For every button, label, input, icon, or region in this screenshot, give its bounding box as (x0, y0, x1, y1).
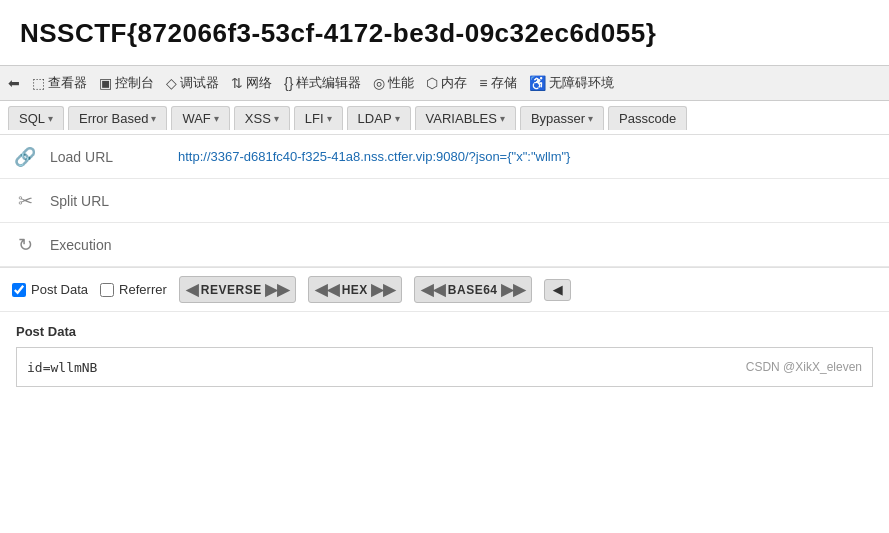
post-data-checkbox[interactable] (12, 283, 26, 297)
split-url-row: ✂ Split URL (0, 179, 889, 223)
post-data-watermark: CSDN @XikX_eleven (746, 360, 862, 374)
devtools-performance[interactable]: ◎ 性能 (373, 74, 414, 92)
back-arrow-icon: ◀ (186, 280, 198, 299)
refresh-icon: ↻ (18, 234, 33, 256)
fwd-arrow-icon3: ▶▶ (501, 280, 525, 299)
scissors-icon: ✂ (18, 190, 33, 212)
devtools-style-editor[interactable]: {} 样式编辑器 (284, 74, 361, 92)
devtools-toolbar: ⬅ ⬚ 查看器 ▣ 控制台 ◇ 调试器 ⇅ 网络 {} 样式编辑器 ◎ 性能 ⬡… (0, 65, 889, 101)
tab-waf[interactable]: WAF ▾ (171, 106, 229, 130)
title-area: NSSCTF{872066f3-53cf-4172-be3d-09c32ec6d… (0, 0, 889, 65)
tab-bypasser[interactable]: Bypasser ▾ (520, 106, 604, 130)
post-data-value[interactable]: id=wllmNB (27, 360, 97, 375)
main-area: 🔗 Load URL http://3367-d681fc40-f325-41a… (0, 135, 889, 399)
execution-row: ↻ Execution (0, 223, 889, 267)
load-url-row: 🔗 Load URL http://3367-d681fc40-f325-41a… (0, 135, 889, 179)
more-arrow-icon: ◀ (553, 283, 562, 297)
chevron-down-icon: ▾ (274, 113, 279, 124)
split-url-value (170, 193, 889, 209)
devtools-storage[interactable]: ≡ 存储 (479, 74, 516, 92)
devtools-memory[interactable]: ⬡ 内存 (426, 74, 467, 92)
chevron-down-icon: ▾ (327, 113, 332, 124)
split-url-label[interactable]: Split URL (50, 185, 170, 217)
load-url-value[interactable]: http://3367-d681fc40-f325-41a8.nss.ctfer… (170, 141, 889, 172)
execution-label[interactable]: Execution (50, 229, 170, 261)
post-data-checkbox-label: Post Data (31, 282, 88, 297)
split-url-icon-cell: ✂ (0, 190, 50, 212)
chevron-down-icon: ▾ (588, 113, 593, 124)
devtools-debugger[interactable]: ◇ 调试器 (166, 74, 219, 92)
back-arrow-icon2: ◀◀ (315, 280, 339, 299)
post-data-field: id=wllmNB CSDN @XikX_eleven (16, 347, 873, 387)
devtools-accessibility[interactable]: ♿ 无障碍环境 (529, 74, 614, 92)
hex-button[interactable]: ◀◀ HEX ▶▶ (308, 276, 402, 303)
link-icon: 🔗 (14, 146, 36, 168)
devtools-console[interactable]: ▣ 控制台 (99, 74, 154, 92)
base64-label: BASE64 (448, 283, 498, 297)
devtools-viewer[interactable]: ⬚ 查看器 (32, 74, 87, 92)
fwd-arrow-icon: ▶▶ (265, 280, 289, 299)
referrer-checkbox-label: Referrer (119, 282, 167, 297)
tab-sql[interactable]: SQL ▾ (8, 106, 64, 130)
fwd-arrow-icon2: ▶▶ (371, 280, 395, 299)
more-button[interactable]: ◀ (544, 279, 571, 301)
tab-passcode[interactable]: Passcode (608, 106, 687, 130)
tab-ldap[interactable]: LDAP ▾ (347, 106, 411, 130)
hex-label: HEX (342, 283, 368, 297)
referrer-checkbox[interactable] (100, 283, 114, 297)
post-data-section: Post Data id=wllmNB CSDN @XikX_eleven (0, 312, 889, 399)
base64-button[interactable]: ◀◀ BASE64 ▶▶ (414, 276, 532, 303)
chevron-down-icon: ▾ (395, 113, 400, 124)
execution-value (170, 237, 889, 253)
chevron-down-icon: ▾ (214, 113, 219, 124)
execution-icon-cell: ↻ (0, 234, 50, 256)
back-arrow-icon3: ◀◀ (421, 280, 445, 299)
chevron-down-icon: ▾ (500, 113, 505, 124)
post-data-section-label: Post Data (16, 324, 873, 339)
load-url-icon-cell: 🔗 (0, 146, 50, 168)
tab-lfi[interactable]: LFI ▾ (294, 106, 343, 130)
tab-variables[interactable]: VARIABLES ▾ (415, 106, 516, 130)
chevron-down-icon: ▾ (151, 113, 156, 124)
toolbar-row: Post Data Referrer ◀ REVERSE ▶▶ ◀◀ HEX ▶… (0, 268, 889, 312)
post-data-checkbox-group: Post Data (12, 282, 88, 297)
referrer-checkbox-group: Referrer (100, 282, 167, 297)
tab-xss[interactable]: XSS ▾ (234, 106, 290, 130)
tab-error-based[interactable]: Error Based ▾ (68, 106, 167, 130)
devtools-network[interactable]: ⇅ 网络 (231, 74, 272, 92)
load-url-label[interactable]: Load URL (50, 141, 170, 173)
reverse-label: REVERSE (201, 283, 262, 297)
devtools-back-icon[interactable]: ⬅ (8, 75, 20, 91)
page-title: NSSCTF{872066f3-53cf-4172-be3d-09c32ec6d… (20, 18, 869, 49)
tab-bar: SQL ▾ Error Based ▾ WAF ▾ XSS ▾ LFI ▾ LD… (0, 101, 889, 135)
chevron-down-icon: ▾ (48, 113, 53, 124)
reverse-button[interactable]: ◀ REVERSE ▶▶ (179, 276, 296, 303)
